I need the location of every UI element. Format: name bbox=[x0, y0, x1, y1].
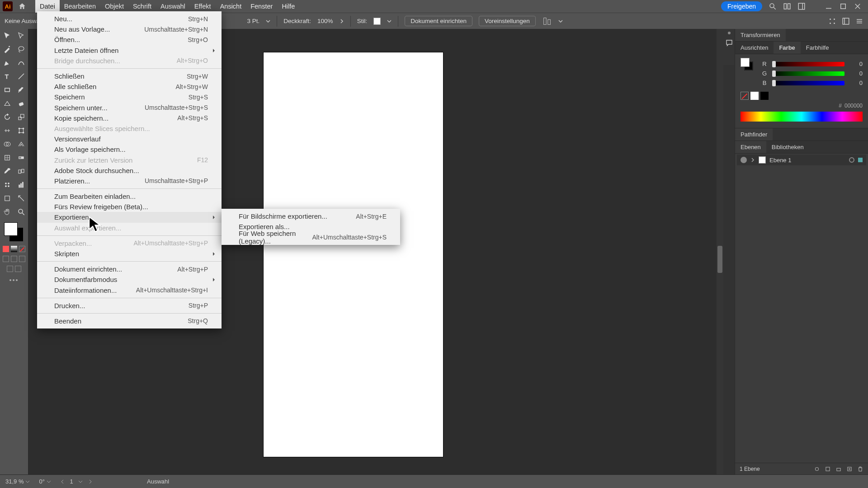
line-tool[interactable] bbox=[14, 70, 28, 83]
maximize-icon[interactable] bbox=[839, 2, 847, 10]
tab-color[interactable]: Farbe bbox=[774, 42, 800, 54]
menu-item[interactable]: Neu...Strg+N bbox=[37, 14, 222, 24]
graph-tool[interactable] bbox=[14, 178, 28, 192]
new-sublayer-icon[interactable] bbox=[835, 466, 842, 472]
target-icon[interactable] bbox=[849, 157, 854, 163]
search-icon[interactable] bbox=[769, 2, 777, 10]
symbol-tool[interactable] bbox=[0, 178, 14, 192]
shaper-tool[interactable] bbox=[0, 97, 14, 110]
menu-item[interactable]: Platzieren...Umschalttaste+Strg+P bbox=[37, 176, 222, 186]
b-value[interactable]: 0 bbox=[849, 80, 863, 86]
home-icon[interactable] bbox=[17, 1, 27, 11]
menu-item[interactable]: Skripten bbox=[37, 249, 222, 259]
collapse-icon[interactable] bbox=[728, 32, 731, 34]
width-tool[interactable] bbox=[0, 124, 14, 137]
perspective-tool[interactable] bbox=[14, 137, 28, 151]
r-slider[interactable] bbox=[772, 62, 844, 66]
new-layer-icon[interactable] bbox=[846, 466, 853, 472]
curvature-tool[interactable] bbox=[14, 56, 28, 70]
document-setup-button[interactable]: Dokument einrichten bbox=[405, 16, 472, 26]
b-slider[interactable] bbox=[772, 81, 844, 85]
menu-item[interactable]: Letzte Dateien öffnen bbox=[37, 45, 222, 56]
scale-tool[interactable] bbox=[14, 110, 28, 124]
blend-tool[interactable] bbox=[14, 164, 28, 178]
menu-item[interactable]: SpeichernStrg+S bbox=[37, 92, 222, 102]
hex-value[interactable]: 000000 bbox=[844, 103, 863, 109]
panel-icon[interactable] bbox=[842, 17, 850, 25]
artboard-tool[interactable] bbox=[0, 192, 14, 205]
fill-stroke-swatch[interactable] bbox=[4, 222, 24, 242]
layer-row[interactable]: Ebene 1 bbox=[737, 155, 866, 165]
submenu-item[interactable]: Für Bildschirme exportieren...Alt+Strg+E bbox=[222, 211, 400, 221]
mesh-tool[interactable] bbox=[0, 151, 14, 164]
menubar-item-objekt[interactable]: Objekt bbox=[100, 0, 128, 13]
edit-toolbar-icon[interactable]: ••• bbox=[0, 277, 28, 284]
menu-item[interactable]: Fürs Review freigeben (Beta)... bbox=[37, 202, 222, 212]
menu-item[interactable]: Kopie speichern...Alt+Strg+S bbox=[37, 113, 222, 123]
menubar-item-datei[interactable]: Datei bbox=[35, 0, 60, 13]
trash-icon[interactable] bbox=[857, 466, 863, 472]
stroke-weight[interactable]: 3 Pt. bbox=[247, 18, 260, 24]
tab-color-guide[interactable]: Farbhilfe bbox=[801, 42, 835, 54]
color-mode-row[interactable] bbox=[0, 246, 28, 252]
artboard[interactable] bbox=[264, 52, 443, 457]
menu-item[interactable]: Zum Bearbeiten einladen... bbox=[37, 191, 222, 202]
menu-icon[interactable] bbox=[855, 17, 863, 25]
none-swatch[interactable] bbox=[741, 92, 749, 100]
menu-item[interactable]: BeendenStrg+Q bbox=[37, 316, 222, 326]
tab-layers[interactable]: Ebenen bbox=[735, 141, 766, 153]
scrollbar-vertical[interactable] bbox=[717, 29, 723, 474]
menu-item[interactable]: Drucken...Strg+P bbox=[37, 300, 222, 311]
clip-icon[interactable] bbox=[825, 466, 831, 472]
menu-item[interactable]: Öffnen...Strg+O bbox=[37, 34, 222, 45]
menubar-item-fenster[interactable]: Fenster bbox=[246, 0, 277, 13]
r-value[interactable]: 0 bbox=[849, 61, 863, 67]
selection-tool[interactable] bbox=[0, 29, 14, 42]
slice-tool[interactable] bbox=[14, 192, 28, 205]
layer-name[interactable]: Ebene 1 bbox=[769, 157, 791, 164]
menu-item[interactable]: Exportieren bbox=[37, 212, 222, 222]
submenu-item[interactable]: Für Web speichern (Legacy)...Alt+Umschal… bbox=[222, 232, 400, 242]
fill-stroke-mini[interactable] bbox=[741, 58, 753, 70]
chevron-right-icon[interactable] bbox=[750, 158, 755, 162]
rotate-tool[interactable] bbox=[0, 110, 14, 124]
menubar-item-effekt[interactable]: Effekt bbox=[190, 0, 216, 13]
menu-item[interactable]: Adobe Stock durchsuchen... bbox=[37, 165, 222, 176]
menubar-item-bearbeiten[interactable]: Bearbeiten bbox=[60, 0, 100, 13]
free-transform-tool[interactable] bbox=[14, 124, 28, 137]
pen-tool[interactable] bbox=[0, 56, 14, 70]
menu-item[interactable]: Alle schließenAlt+Strg+W bbox=[37, 81, 222, 92]
spectrum-strip[interactable] bbox=[741, 112, 863, 122]
shape-builder-tool[interactable] bbox=[0, 137, 14, 151]
zoom-dropdown[interactable]: 31,9 % bbox=[5, 478, 30, 485]
opacity-value[interactable]: 100% bbox=[317, 18, 333, 24]
close-icon[interactable] bbox=[854, 2, 862, 10]
g-slider[interactable] bbox=[772, 71, 844, 76]
direct-selection-tool[interactable] bbox=[14, 29, 28, 42]
chevron-down-icon[interactable] bbox=[558, 19, 563, 23]
chevron-right-icon[interactable] bbox=[340, 19, 344, 23]
rotation-dropdown[interactable]: 0° bbox=[39, 478, 51, 485]
menu-item[interactable]: Speichern unter...Umschalttaste+Strg+S bbox=[37, 103, 222, 113]
draw-mode-row[interactable] bbox=[0, 256, 28, 262]
menubar-item-hilfe[interactable]: Hilfe bbox=[277, 0, 299, 13]
rectangle-tool[interactable] bbox=[0, 83, 14, 97]
type-tool[interactable]: T bbox=[0, 70, 14, 83]
arrange-icon[interactable] bbox=[783, 2, 791, 10]
tab-libraries[interactable]: Bibliotheken bbox=[766, 141, 809, 153]
preferences-button[interactable]: Voreinstellungen bbox=[479, 16, 536, 26]
menubar-item-auswahl[interactable]: Auswahl bbox=[156, 0, 190, 13]
zoom-tool[interactable] bbox=[14, 205, 28, 219]
snap-icon[interactable] bbox=[828, 17, 836, 25]
align-icon[interactable] bbox=[542, 16, 552, 26]
white-swatch[interactable] bbox=[750, 92, 759, 100]
menu-item[interactable]: Dateiinformationen...Alt+Umschalttaste+S… bbox=[37, 285, 222, 296]
lasso-tool[interactable] bbox=[14, 42, 28, 56]
black-swatch[interactable] bbox=[760, 92, 769, 100]
visibility-icon[interactable] bbox=[741, 157, 747, 163]
screen-mode-row[interactable] bbox=[0, 266, 28, 272]
share-button[interactable]: Freigeben bbox=[721, 1, 762, 11]
artboard-nav[interactable]: 1 bbox=[60, 478, 93, 485]
workspace-icon[interactable] bbox=[797, 2, 806, 10]
menu-item[interactable]: Neu aus Vorlage...Umschalttaste+Strg+N bbox=[37, 24, 222, 34]
